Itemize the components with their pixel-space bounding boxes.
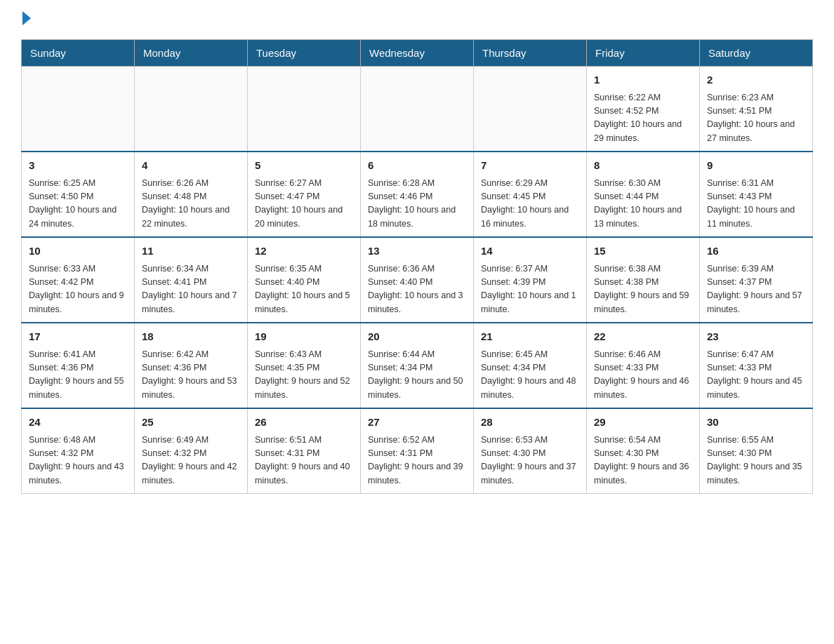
day-info: Sunrise: 6:49 AM Sunset: 4:32 PM Dayligh… xyxy=(142,434,240,488)
calendar-cell: 29Sunrise: 6:54 AM Sunset: 4:30 PM Dayli… xyxy=(587,408,700,494)
day-info: Sunrise: 6:38 AM Sunset: 4:38 PM Dayligh… xyxy=(594,262,692,317)
day-info: Sunrise: 6:36 AM Sunset: 4:40 PM Dayligh… xyxy=(368,262,466,317)
day-number: 29 xyxy=(594,415,692,431)
day-of-week-header: Friday xyxy=(587,40,700,67)
day-number: 21 xyxy=(481,329,579,345)
calendar-cell: 7Sunrise: 6:29 AM Sunset: 4:45 PM Daylig… xyxy=(474,152,587,237)
day-number: 23 xyxy=(707,329,805,345)
day-number: 16 xyxy=(707,243,805,260)
day-number: 11 xyxy=(142,243,240,260)
day-of-week-header: Sunday xyxy=(22,40,135,67)
calendar-cell: 27Sunrise: 6:52 AM Sunset: 4:31 PM Dayli… xyxy=(361,408,474,494)
day-number: 13 xyxy=(368,243,466,260)
day-number: 26 xyxy=(255,415,353,431)
day-number: 20 xyxy=(368,329,466,345)
day-info: Sunrise: 6:46 AM Sunset: 4:33 PM Dayligh… xyxy=(594,348,692,403)
day-number: 28 xyxy=(481,415,579,431)
day-info: Sunrise: 6:39 AM Sunset: 4:37 PM Dayligh… xyxy=(707,262,805,317)
calendar-cell: 14Sunrise: 6:37 AM Sunset: 4:39 PM Dayli… xyxy=(474,237,587,323)
day-info: Sunrise: 6:47 AM Sunset: 4:33 PM Dayligh… xyxy=(707,348,805,403)
day-number: 6 xyxy=(368,158,466,174)
day-info: Sunrise: 6:45 AM Sunset: 4:34 PM Dayligh… xyxy=(481,348,579,403)
calendar-cell: 1Sunrise: 6:22 AM Sunset: 4:52 PM Daylig… xyxy=(587,67,700,152)
calendar-cell: 25Sunrise: 6:49 AM Sunset: 4:32 PM Dayli… xyxy=(135,408,248,494)
day-number: 8 xyxy=(594,158,692,174)
day-info: Sunrise: 6:29 AM Sunset: 4:45 PM Dayligh… xyxy=(481,177,579,232)
day-info: Sunrise: 6:26 AM Sunset: 4:48 PM Dayligh… xyxy=(142,177,240,232)
calendar-cell xyxy=(361,67,474,152)
calendar-cell: 18Sunrise: 6:42 AM Sunset: 4:36 PM Dayli… xyxy=(135,323,248,408)
calendar-cell: 3Sunrise: 6:25 AM Sunset: 4:50 PM Daylig… xyxy=(22,152,135,237)
day-info: Sunrise: 6:23 AM Sunset: 4:51 PM Dayligh… xyxy=(707,91,805,146)
day-info: Sunrise: 6:25 AM Sunset: 4:50 PM Dayligh… xyxy=(29,177,127,232)
day-number: 9 xyxy=(707,158,805,174)
day-info: Sunrise: 6:30 AM Sunset: 4:44 PM Dayligh… xyxy=(594,177,692,232)
calendar-cell: 12Sunrise: 6:35 AM Sunset: 4:40 PM Dayli… xyxy=(248,237,361,323)
calendar-cell xyxy=(22,67,135,152)
calendar-table: SundayMondayTuesdayWednesdayThursdayFrid… xyxy=(21,39,813,494)
day-info: Sunrise: 6:54 AM Sunset: 4:30 PM Dayligh… xyxy=(594,434,692,488)
day-number: 18 xyxy=(142,329,240,345)
day-info: Sunrise: 6:22 AM Sunset: 4:52 PM Dayligh… xyxy=(594,91,692,146)
day-number: 14 xyxy=(481,243,579,260)
day-number: 10 xyxy=(29,243,127,260)
day-info: Sunrise: 6:27 AM Sunset: 4:47 PM Dayligh… xyxy=(255,177,353,232)
day-number: 19 xyxy=(255,329,353,345)
day-of-week-header: Thursday xyxy=(474,40,587,67)
calendar-week-row: 17Sunrise: 6:41 AM Sunset: 4:36 PM Dayli… xyxy=(22,323,813,408)
calendar-cell: 24Sunrise: 6:48 AM Sunset: 4:32 PM Dayli… xyxy=(22,408,135,494)
calendar-cell: 8Sunrise: 6:30 AM Sunset: 4:44 PM Daylig… xyxy=(587,152,700,237)
day-of-week-header: Saturday xyxy=(700,40,813,67)
calendar-cell xyxy=(135,67,248,152)
day-number: 4 xyxy=(142,158,240,174)
day-number: 24 xyxy=(29,415,127,431)
calendar-cell: 28Sunrise: 6:53 AM Sunset: 4:30 PM Dayli… xyxy=(474,408,587,494)
calendar-week-row: 24Sunrise: 6:48 AM Sunset: 4:32 PM Dayli… xyxy=(22,408,813,494)
calendar-header-row: SundayMondayTuesdayWednesdayThursdayFrid… xyxy=(22,40,813,67)
day-info: Sunrise: 6:28 AM Sunset: 4:46 PM Dayligh… xyxy=(368,177,466,232)
day-info: Sunrise: 6:33 AM Sunset: 4:42 PM Dayligh… xyxy=(29,262,127,317)
calendar-cell: 5Sunrise: 6:27 AM Sunset: 4:47 PM Daylig… xyxy=(248,152,361,237)
day-info: Sunrise: 6:53 AM Sunset: 4:30 PM Dayligh… xyxy=(481,434,579,488)
calendar-cell: 23Sunrise: 6:47 AM Sunset: 4:33 PM Dayli… xyxy=(700,323,813,408)
day-of-week-header: Monday xyxy=(135,40,248,67)
calendar-cell: 9Sunrise: 6:31 AM Sunset: 4:43 PM Daylig… xyxy=(700,152,813,237)
calendar-cell: 20Sunrise: 6:44 AM Sunset: 4:34 PM Dayli… xyxy=(361,323,474,408)
calendar-cell: 6Sunrise: 6:28 AM Sunset: 4:46 PM Daylig… xyxy=(361,152,474,237)
day-info: Sunrise: 6:31 AM Sunset: 4:43 PM Dayligh… xyxy=(707,177,805,232)
calendar-cell: 16Sunrise: 6:39 AM Sunset: 4:37 PM Dayli… xyxy=(700,237,813,323)
day-info: Sunrise: 6:51 AM Sunset: 4:31 PM Dayligh… xyxy=(255,434,353,488)
day-number: 22 xyxy=(594,329,692,345)
calendar-cell xyxy=(474,67,587,152)
calendar-cell: 19Sunrise: 6:43 AM Sunset: 4:35 PM Dayli… xyxy=(248,323,361,408)
calendar-cell: 10Sunrise: 6:33 AM Sunset: 4:42 PM Dayli… xyxy=(22,237,135,323)
calendar-week-row: 1Sunrise: 6:22 AM Sunset: 4:52 PM Daylig… xyxy=(22,67,813,152)
calendar-cell: 21Sunrise: 6:45 AM Sunset: 4:34 PM Dayli… xyxy=(474,323,587,408)
calendar-week-row: 10Sunrise: 6:33 AM Sunset: 4:42 PM Dayli… xyxy=(22,237,813,323)
day-number: 17 xyxy=(29,329,127,345)
day-number: 1 xyxy=(594,72,692,88)
day-info: Sunrise: 6:48 AM Sunset: 4:32 PM Dayligh… xyxy=(29,434,127,488)
calendar-cell: 26Sunrise: 6:51 AM Sunset: 4:31 PM Dayli… xyxy=(248,408,361,494)
day-info: Sunrise: 6:43 AM Sunset: 4:35 PM Dayligh… xyxy=(255,348,353,403)
day-info: Sunrise: 6:37 AM Sunset: 4:39 PM Dayligh… xyxy=(481,262,579,317)
calendar-cell: 2Sunrise: 6:23 AM Sunset: 4:51 PM Daylig… xyxy=(700,67,813,152)
day-number: 2 xyxy=(707,72,805,88)
day-info: Sunrise: 6:44 AM Sunset: 4:34 PM Dayligh… xyxy=(368,348,466,403)
day-info: Sunrise: 6:52 AM Sunset: 4:31 PM Dayligh… xyxy=(368,434,466,488)
calendar-cell: 17Sunrise: 6:41 AM Sunset: 4:36 PM Dayli… xyxy=(22,323,135,408)
day-number: 30 xyxy=(707,415,805,431)
day-info: Sunrise: 6:41 AM Sunset: 4:36 PM Dayligh… xyxy=(29,348,127,403)
calendar-cell: 13Sunrise: 6:36 AM Sunset: 4:40 PM Dayli… xyxy=(361,237,474,323)
day-info: Sunrise: 6:42 AM Sunset: 4:36 PM Dayligh… xyxy=(142,348,240,403)
day-info: Sunrise: 6:34 AM Sunset: 4:41 PM Dayligh… xyxy=(142,262,240,317)
calendar-cell: 30Sunrise: 6:55 AM Sunset: 4:30 PM Dayli… xyxy=(700,408,813,494)
logo xyxy=(21,14,31,25)
day-number: 7 xyxy=(481,158,579,174)
day-of-week-header: Wednesday xyxy=(361,40,474,67)
page-header xyxy=(21,14,813,25)
day-of-week-header: Tuesday xyxy=(248,40,361,67)
logo-arrow-icon xyxy=(22,11,31,25)
day-info: Sunrise: 6:55 AM Sunset: 4:30 PM Dayligh… xyxy=(707,434,805,488)
day-number: 15 xyxy=(594,243,692,260)
